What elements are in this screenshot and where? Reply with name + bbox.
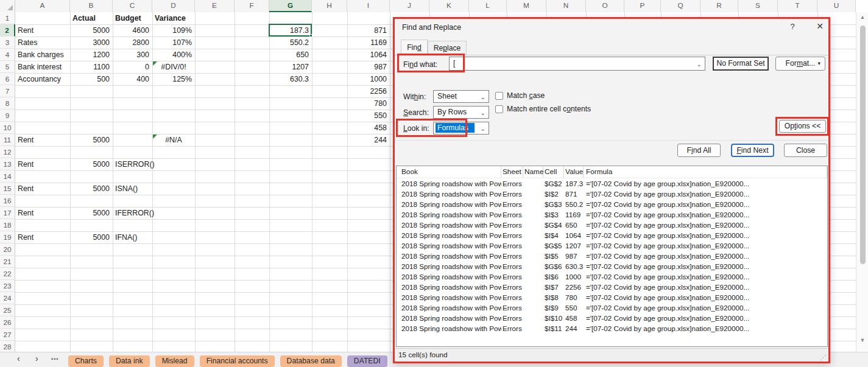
cell-C4[interactable]: 300 xyxy=(113,49,149,61)
cell-D2[interactable]: 109% xyxy=(152,24,192,37)
row-header-4[interactable]: 4 xyxy=(0,49,15,61)
row-header-17[interactable]: 17 xyxy=(0,207,15,219)
results-col-header-cell[interactable]: Cell xyxy=(543,166,564,178)
cell-C2[interactable]: 4600 xyxy=(113,24,149,37)
row-header-9[interactable]: 9 xyxy=(0,110,15,122)
look-in-dropdown[interactable]: Formulas ⌄ xyxy=(433,122,489,135)
column-header-U[interactable]: U xyxy=(817,0,856,12)
column-header-L[interactable]: L xyxy=(469,0,507,12)
cell-B5[interactable]: 1100 xyxy=(70,61,110,73)
cell-I4[interactable]: 1064 xyxy=(347,49,387,61)
result-row[interactable]: 2018 Spring roadshow with Power Query.xl… xyxy=(397,302,827,313)
help-icon[interactable]: ? xyxy=(787,22,798,31)
row-header-18[interactable]: 18 xyxy=(0,219,15,231)
cell-G6[interactable]: 630.3 xyxy=(269,73,309,85)
row-header-21[interactable]: 21 xyxy=(0,256,15,268)
result-row[interactable]: 2018 Spring roadshow with Power Query.xl… xyxy=(397,271,827,282)
result-row[interactable]: 2018 Spring roadshow with Power Query.xl… xyxy=(397,292,827,302)
find-all-button[interactable]: Find All xyxy=(677,144,721,157)
row-header-6[interactable]: 6 xyxy=(0,73,15,85)
cell-I10[interactable]: 458 xyxy=(347,122,387,134)
resize-grip-icon[interactable]: ⋰ xyxy=(820,351,827,364)
column-header-K[interactable]: K xyxy=(429,0,469,12)
sheet-tab-database-data[interactable]: Database data xyxy=(280,355,342,367)
cell-I5[interactable]: 987 xyxy=(347,61,387,73)
result-row[interactable]: 2018 Spring roadshow with Power Query.xl… xyxy=(397,313,827,323)
close-button[interactable]: Close xyxy=(784,144,827,157)
column-header-C[interactable]: C xyxy=(113,0,152,12)
row-header-2[interactable]: 2 xyxy=(0,24,15,37)
column-header-B[interactable]: B xyxy=(70,0,113,12)
cell-C6[interactable]: 400 xyxy=(113,73,149,85)
cell-C13[interactable]: ISERROR() xyxy=(115,158,237,170)
row-header-14[interactable]: 14 xyxy=(0,170,15,183)
close-icon[interactable]: ✕ xyxy=(814,21,826,31)
result-row[interactable]: 2018 Spring roadshow with Power Query.xl… xyxy=(397,220,827,230)
cell-C3[interactable]: 2800 xyxy=(113,37,149,49)
column-header-J[interactable]: J xyxy=(390,0,429,12)
column-header-T[interactable]: T xyxy=(778,0,817,12)
match-entire-checkbox[interactable] xyxy=(495,105,503,113)
row-header-10[interactable]: 10 xyxy=(0,122,15,134)
row-header-16[interactable]: 16 xyxy=(0,195,15,207)
column-header-R[interactable]: R xyxy=(700,0,738,12)
row-header-5[interactable]: 5 xyxy=(0,61,15,73)
column-header-O[interactable]: O xyxy=(586,0,624,12)
row-header-13[interactable]: 13 xyxy=(0,158,15,170)
match-case-checkbox[interactable] xyxy=(495,92,503,100)
cell-I3[interactable]: 1169 xyxy=(347,37,387,49)
cell-C17[interactable]: IFERROR() xyxy=(115,207,237,219)
results-col-header-formula[interactable]: Formula xyxy=(584,166,827,178)
tab-replace[interactable]: Replace xyxy=(428,41,467,55)
result-row[interactable]: 2018 Spring roadshow with Power Query.xl… xyxy=(397,261,827,271)
sheet-tab-financial-accounts[interactable]: Financial accounts xyxy=(200,355,275,367)
sheet-tab-data-ink[interactable]: Data ink xyxy=(109,355,150,367)
cell-D5[interactable]: #DIV/0! xyxy=(152,61,195,73)
column-header-P[interactable]: P xyxy=(624,0,661,12)
cell-B4[interactable]: 1200 xyxy=(70,49,110,61)
result-row[interactable]: 2018 Spring roadshow with Power Query.xl… xyxy=(397,178,827,189)
results-col-header-name[interactable]: Name xyxy=(523,166,543,178)
vertical-scrollbar[interactable]: ▲ ▼ xyxy=(856,12,868,351)
column-header-E[interactable]: E xyxy=(195,0,235,12)
cell-I2[interactable]: 871 xyxy=(347,24,387,37)
results-col-header-value[interactable]: Value xyxy=(564,166,584,178)
options-button[interactable]: Options << xyxy=(779,120,826,133)
column-header-S[interactable]: S xyxy=(738,0,778,12)
cell-B6[interactable]: 500 xyxy=(70,73,110,85)
sheet-tab-datedi[interactable]: DATEDI xyxy=(347,355,387,367)
cell-G4[interactable]: 650 xyxy=(269,49,309,61)
cell-I6[interactable]: 1000 xyxy=(347,73,387,85)
cell-C15[interactable]: ISNA() xyxy=(115,183,237,195)
row-header-3[interactable]: 3 xyxy=(0,37,15,49)
cell-I9[interactable]: 550 xyxy=(347,110,387,122)
result-row[interactable]: 2018 Spring roadshow with Power Query.xl… xyxy=(397,282,827,292)
result-row[interactable]: 2018 Spring roadshow with Power Query.xl… xyxy=(397,209,827,220)
row-header-26[interactable]: 26 xyxy=(0,316,15,329)
search-dropdown[interactable]: By Rows ⌄ xyxy=(433,106,489,119)
column-header-N[interactable]: N xyxy=(546,0,586,12)
cell-I8[interactable]: 780 xyxy=(347,97,387,110)
find-what-input[interactable]: [ ⌄ xyxy=(449,57,705,71)
result-row[interactable]: 2018 Spring roadshow with Power Query.xl… xyxy=(397,230,827,240)
row-header-22[interactable]: 22 xyxy=(0,268,15,280)
row-header-11[interactable]: 11 xyxy=(0,134,15,146)
cell-I11[interactable]: 244 xyxy=(347,134,387,146)
row-header-19[interactable]: 19 xyxy=(0,231,15,243)
sheet-tab-mislead[interactable]: Mislead xyxy=(155,355,194,367)
within-dropdown[interactable]: Sheet ⌄ xyxy=(433,90,489,103)
row-header-20[interactable]: 20 xyxy=(0,243,15,256)
row-header-23[interactable]: 23 xyxy=(0,280,15,292)
column-header-F[interactable]: F xyxy=(235,0,269,12)
cell-D11[interactable]: #N/A xyxy=(152,134,195,146)
cell-B15[interactable]: 5000 xyxy=(70,183,110,195)
chevron-down-icon[interactable]: ⌄ xyxy=(697,57,702,71)
cell-B2[interactable]: 5000 xyxy=(70,24,110,37)
sheet-nav-forward-icon[interactable]: › xyxy=(35,354,38,363)
row-header-28[interactable]: 28 xyxy=(0,341,15,353)
cell-G5[interactable]: 1207 xyxy=(269,61,309,73)
row-header-24[interactable]: 24 xyxy=(0,292,15,304)
vertical-scroll-thumb[interactable] xyxy=(860,26,866,264)
row-header-15[interactable]: 15 xyxy=(0,183,15,195)
selected-cell-border[interactable] xyxy=(269,24,312,37)
